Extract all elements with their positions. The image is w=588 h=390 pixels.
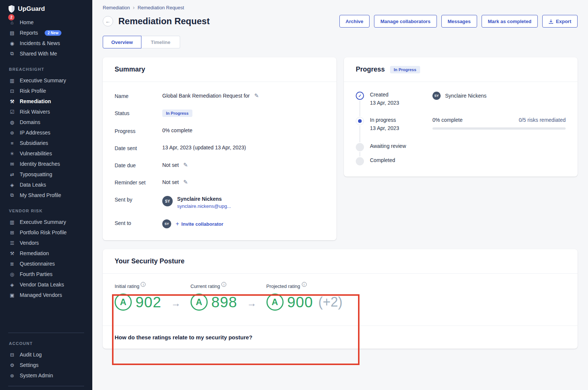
step-current-dot-icon — [356, 117, 364, 125]
summary-row-reminder: Reminder set Not set ✎ — [115, 179, 325, 186]
edit-date-due-icon[interactable]: ✎ — [183, 162, 188, 168]
reminder-label: Reminder set — [115, 179, 162, 186]
export-button[interactable]: Export — [542, 15, 578, 28]
sidebar-item-identity-breaches[interactable]: ✉ Identity Breaches — [0, 159, 92, 169]
summary-card-header: Summary — [103, 57, 336, 82]
sidebar-item-fourth-parties[interactable]: ◎ Fourth Parties — [0, 269, 92, 279]
sidebar-item-questionnaires[interactable]: ≣ Questionnaires — [0, 259, 92, 269]
creator-name: Synclaire Nickens — [445, 93, 486, 99]
security-posture-title: Your Security Posture — [115, 257, 185, 265]
name-label: Name — [115, 92, 162, 99]
sidebar-item-risk-profile[interactable]: ⊡ Risk Profile — [0, 86, 92, 96]
sidebar-item-typosquatting[interactable]: ⇄ Typosquatting — [0, 169, 92, 180]
sidebar-item-risk-waivers[interactable]: ☑ Risk Waivers — [0, 107, 92, 117]
initial-rating-group: Initial rating i A 902 — [115, 283, 162, 311]
sent-by-email[interactable]: synclaire.nickens@upg... — [177, 203, 231, 209]
remediation-progress-bar — [432, 127, 566, 130]
breadcrumb-remediation-request[interactable]: Remediation Request — [138, 5, 184, 10]
sidebar-item-bs-remediation[interactable]: ⚒ Remediation — [0, 96, 92, 107]
sidebar-item-settings[interactable]: ⚙ Settings — [0, 360, 92, 370]
sidebar-item-label: Home — [20, 19, 33, 25]
sidebar-item-my-shared-profile[interactable]: ⧉ My Shared Profile — [0, 190, 92, 200]
sidebar-item-incidents-news[interactable]: ◉ Incidents & News — [0, 38, 92, 48]
breadcrumb-remediation[interactable]: Remediation — [103, 5, 130, 10]
main-content: Remediation › Remediation Request ← Reme… — [92, 0, 588, 349]
sent-to-avatar: SY — [162, 219, 171, 228]
tab-overview-label: Overview — [111, 39, 133, 45]
sidebar-item-label: Shared With Me — [20, 51, 57, 57]
mark-as-completed-button[interactable]: Mark as completed — [482, 15, 538, 28]
page-header: ← Remediation Request Archive Manage col… — [103, 15, 578, 28]
check-icon: ✓ — [358, 93, 361, 98]
messages-button[interactable]: Messages — [441, 15, 477, 28]
step-in-progress-label: In progress — [370, 117, 426, 123]
bug-icon: ✳ — [9, 151, 15, 156]
sidebar-item-label: System Admin — [20, 372, 53, 378]
summary-body: Name Global Bank Remediation Request for… — [103, 82, 336, 240]
archive-button[interactable]: Archive — [339, 15, 370, 28]
sidebar-item-vulnerabilities[interactable]: ✳ Vulnerabilities — [0, 148, 92, 159]
sidebar-item-domains[interactable]: ◍ Domains — [0, 117, 92, 127]
sidebar-item-data-leaks[interactable]: ◈ Data Leaks — [0, 180, 92, 190]
tab-timeline[interactable]: Timeline — [141, 36, 180, 48]
edit-name-icon[interactable]: ✎ — [254, 92, 259, 99]
ratings-help-question[interactable]: How do these ratings relate to my securi… — [103, 326, 578, 349]
sidebar-item-vendors[interactable]: ☰ Vendors — [0, 238, 92, 248]
globe-icon: ◍ — [9, 120, 15, 125]
shield-icon: ◈ — [9, 182, 15, 188]
invite-collaborator-link[interactable]: + Invite collaborator — [176, 221, 223, 227]
current-score: 898 — [211, 294, 237, 311]
sidebar-item-label: Vendors — [20, 240, 39, 246]
sidebar-item-label: Remediation — [20, 98, 51, 104]
sidebar-item-bs-executive-summary[interactable]: ▥ Executive Summary — [0, 75, 92, 86]
sidebar-item-vendor-data-leaks[interactable]: ◈ Vendor Data Leaks — [0, 279, 92, 290]
sidebar-item-system-admin[interactable]: ⊛ System Admin — [0, 370, 92, 381]
sidebar-item-label: Risk Profile — [20, 88, 46, 94]
info-icon[interactable]: i — [221, 282, 226, 287]
sidebar-item-portfolio-risk-profile[interactable]: ⊞ Portfolio Risk Profile — [0, 227, 92, 238]
manage-collaborators-button[interactable]: Manage collaborators — [374, 15, 437, 28]
invite-collaborator-label: Invite collaborator — [181, 221, 223, 227]
sidebar-item-managed-vendors[interactable]: ▣ Managed Vendors — [0, 290, 92, 300]
sidebar-item-label: Managed Vendors — [20, 292, 62, 298]
list-icon: ☰ — [9, 240, 15, 246]
mark-as-completed-label: Mark as completed — [488, 19, 531, 24]
archive-label: Archive — [346, 19, 364, 24]
progress-body: ✓ Created 13 Apr, 2023 SY Synclaire Nick… — [344, 82, 578, 177]
sidebar-item-shared-with-me[interactable]: ⧉ Shared With Me — [0, 48, 92, 59]
security-posture-card: Your Security Posture Initial rating i A… — [103, 249, 578, 349]
progress-step-awaiting-review: Awaiting review — [356, 143, 566, 157]
envelope-icon: ✉ — [9, 161, 15, 167]
date-sent-value: 13 Apr, 2023 (updated 13 Apr, 2023) — [162, 145, 246, 150]
sidebar-item-audit-log[interactable]: ⊟ Audit Log — [0, 349, 92, 360]
shield-icon: ◈ — [9, 282, 15, 288]
swap-icon: ⇄ — [9, 172, 15, 177]
progress-card-header: Progress In Progress — [344, 57, 578, 82]
progress-value: 0% complete — [162, 127, 192, 133]
export-label: Export — [556, 19, 571, 24]
sidebar-item-reports[interactable]: ▤ Reports 2 New — [0, 28, 92, 38]
sidebar-item-subsidiaries[interactable]: ≡ Subsidiaries — [0, 138, 92, 148]
sidebar-item-ip-addresses[interactable]: ⊚ IP Addresses — [0, 127, 92, 138]
edit-reminder-icon[interactable]: ✎ — [183, 179, 188, 186]
summary-row-sent-to: Sent to SY + Invite collaborator — [115, 219, 325, 228]
managed-vendors-icon: ▣ — [9, 292, 15, 298]
sidebar-item-label: Vendor Data Leaks — [20, 282, 64, 288]
sidebar-item-label: Typosquatting — [20, 171, 52, 177]
sidebar-item-home[interactable]: 2 ⌂ Home — [0, 17, 92, 28]
sidebar-item-vr-executive-summary[interactable]: ▥ Executive Summary — [0, 217, 92, 227]
breadcrumb: Remediation › Remediation Request — [103, 0, 578, 10]
status-badge: In Progress — [162, 110, 192, 117]
step-check-icon: ✓ — [356, 92, 364, 100]
sidebar-item-label: Reports — [20, 30, 38, 36]
back-button[interactable]: ← — [103, 16, 113, 26]
sidebar-item-vr-remediation[interactable]: ⚒ Remediation — [0, 248, 92, 259]
info-icon[interactable]: i — [302, 282, 307, 287]
chevron-right-icon: › — [133, 4, 135, 10]
tab-overview[interactable]: Overview — [103, 36, 141, 48]
sidebar-item-label: Identity Breaches — [20, 161, 60, 167]
info-icon[interactable]: i — [141, 282, 146, 287]
sent-to-label: Sent to — [115, 219, 162, 226]
gear-icon: ⚙ — [9, 362, 15, 368]
step-in-progress-date: 13 Apr, 2023 — [370, 125, 426, 131]
